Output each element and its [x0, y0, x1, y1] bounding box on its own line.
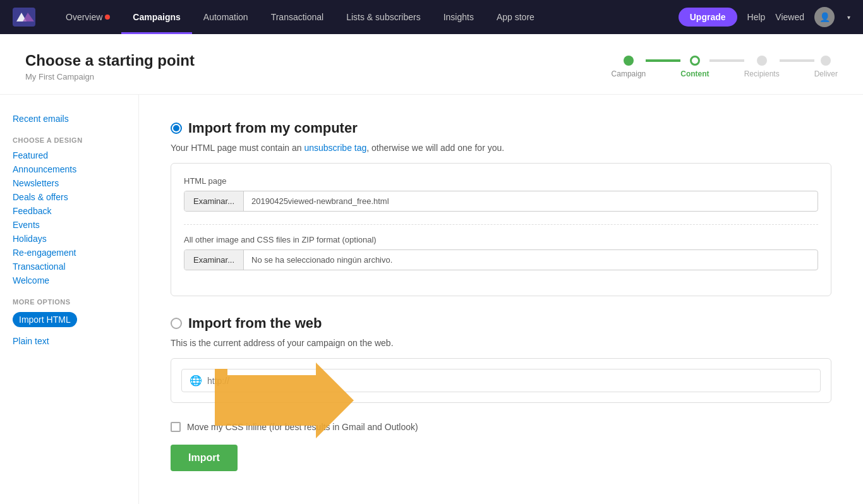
nav-insights[interactable]: Insights — [432, 0, 485, 34]
nav-automation[interactable]: Automation — [192, 0, 260, 34]
sidebar-item-holidays[interactable]: Holidays — [13, 234, 126, 244]
arrow-decoration — [215, 363, 354, 441]
step-label-recipients: Recipients — [744, 69, 780, 78]
nav-campaigns[interactable]: Campaigns — [121, 0, 191, 34]
chevron-down-icon[interactable]: ▾ — [847, 14, 850, 21]
sidebar-choose-section: CHOOSE A DESIGN — [13, 136, 126, 144]
sidebar: Recent emails CHOOSE A DESIGN Featured A… — [0, 95, 139, 504]
page-header: Choose a starting point My First Campaig… — [0, 34, 863, 95]
step-label-content: Content — [680, 69, 709, 78]
sidebar-item-reengagement[interactable]: Re-engagement — [13, 248, 126, 258]
content-area: Recent emails CHOOSE A DESIGN Featured A… — [0, 95, 863, 504]
browse-button-1[interactable]: Examinar... — [184, 191, 244, 211]
logo[interactable] — [13, 8, 35, 27]
page-subtitle: My First Campaign — [25, 72, 195, 81]
nav-appstore[interactable]: App store — [485, 0, 546, 34]
unsubscribe-link[interactable]: unsubscribe tag — [304, 143, 366, 153]
nav-overview[interactable]: Overview — [54, 0, 121, 34]
html-filename: 20190425viewed-newbrand_free.html — [244, 191, 818, 211]
overview-dot — [105, 15, 110, 20]
zip-file-section: All other image and CSS files in ZIP for… — [184, 235, 818, 270]
sidebar-more-section: MORE OPTIONS — [13, 298, 126, 306]
import-computer-section: Import from my computer Your HTML page m… — [171, 120, 831, 296]
import-computer-header: Import from my computer — [171, 120, 831, 136]
step-dot-recipients — [757, 56, 767, 66]
connector-3 — [780, 59, 814, 62]
step-label-campaign: Campaign — [612, 69, 646, 78]
sidebar-import-html[interactable]: Import HTML — [13, 312, 77, 327]
html-file-input-row: Examinar... 20190425viewed-newbrand_free… — [184, 191, 818, 212]
viewed-label: Viewed — [775, 12, 804, 22]
nav-lists[interactable]: Lists & subscribers — [335, 0, 431, 34]
sidebar-item-transactional[interactable]: Transactional — [13, 261, 126, 272]
sidebar-item-newsletters[interactable]: Newsletters — [13, 178, 126, 188]
connector-1 — [646, 59, 680, 62]
css-inline-checkbox[interactable] — [171, 422, 181, 432]
import-computer-desc: Your HTML page must contain an unsubscri… — [171, 143, 831, 153]
sidebar-item-events[interactable]: Events — [13, 220, 126, 230]
nav-items: Overview Campaigns Automation Transactio… — [54, 0, 679, 34]
nav-transactional[interactable]: Transactional — [260, 0, 335, 34]
connector-2 — [709, 59, 744, 62]
step-campaign: Campaign — [612, 56, 646, 78]
step-dot-campaign — [624, 56, 634, 66]
step-content: Content — [680, 56, 709, 78]
radio-computer[interactable] — [171, 123, 182, 134]
sidebar-item-deals[interactable]: Deals & offers — [13, 192, 126, 202]
globe-icon: 🌐 — [190, 375, 202, 387]
step-deliver: Deliver — [814, 56, 838, 78]
import-submit-button[interactable]: Import — [171, 445, 238, 471]
upgrade-button[interactable]: Upgrade — [679, 8, 737, 27]
import-computer-title: Import from my computer — [188, 120, 358, 136]
html-file-section: HTML page Examinar... 20190425viewed-new… — [184, 176, 818, 212]
browse-button-2[interactable]: Examinar... — [184, 250, 244, 270]
svg-marker-1 — [215, 363, 354, 438]
import-web-header: Import from the web — [171, 315, 831, 332]
page-header-left: Choose a starting point My First Campaig… — [25, 52, 195, 81]
zip-file-label: All other image and CSS files in ZIP for… — [184, 235, 818, 244]
import-web-desc: This is the current address of your camp… — [171, 338, 831, 348]
sidebar-item-announcements[interactable]: Announcements — [13, 164, 126, 174]
radio-web[interactable] — [171, 318, 182, 329]
navbar: Overview Campaigns Automation Transactio… — [0, 0, 863, 34]
main-content: Import from my computer Your HTML page m… — [139, 95, 863, 504]
step-dot-content — [690, 56, 700, 66]
import-web-title: Import from the web — [188, 315, 322, 332]
zip-filename: No se ha seleccionado ningún archivo. — [244, 250, 818, 270]
html-file-label: HTML page — [184, 176, 818, 186]
step-label-deliver: Deliver — [814, 69, 838, 78]
sidebar-item-featured[interactable]: Featured — [13, 150, 126, 160]
step-recipients: Recipients — [744, 56, 780, 78]
sidebar-recent-emails[interactable]: Recent emails — [13, 114, 126, 124]
divider — [184, 224, 818, 225]
sidebar-item-feedback[interactable]: Feedback — [13, 206, 126, 216]
page-title: Choose a starting point — [25, 52, 195, 69]
import-computer-box: HTML page Examinar... 20190425viewed-new… — [171, 163, 831, 296]
sidebar-plain-text[interactable]: Plain text — [13, 336, 126, 346]
step-dot-deliver — [821, 56, 831, 66]
nav-right: Upgrade Help Viewed 👤 ▾ — [679, 7, 850, 27]
main-wrapper: Choose a starting point My First Campaig… — [0, 34, 863, 504]
sidebar-item-welcome[interactable]: Welcome — [13, 275, 126, 285]
progress-steps: Campaign Content Recipients Deliver — [612, 56, 838, 78]
avatar[interactable]: 👤 — [814, 7, 835, 27]
zip-file-input-row: Examinar... No se ha seleccionado ningún… — [184, 249, 818, 270]
help-link[interactable]: Help — [747, 12, 766, 22]
